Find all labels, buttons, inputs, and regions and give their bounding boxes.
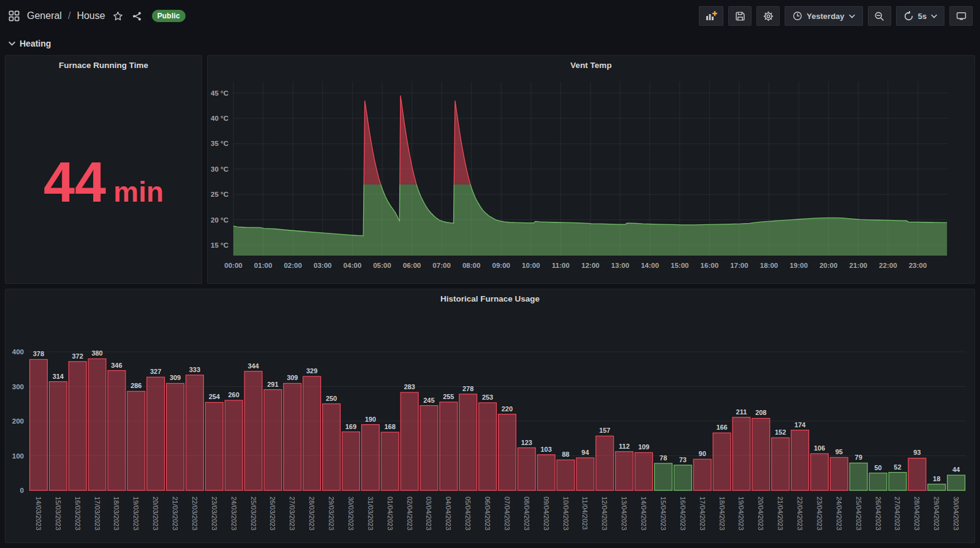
bar-07/04/2023 [499, 414, 516, 490]
bar-value-label: 78 [660, 454, 667, 462]
bar-value-label: 378 [33, 350, 44, 357]
x-axis-date-label: 06/04/2023 [484, 497, 491, 530]
bar-value-label: 220 [502, 405, 513, 413]
tv-mode-button[interactable] [949, 6, 973, 26]
y-axis-tick: 0 [20, 487, 24, 494]
bar-28/03/2023 [303, 376, 321, 490]
x-axis-tick: 04:00 [344, 262, 361, 269]
bar-25/04/2023 [850, 463, 867, 490]
stat-unit: min [113, 178, 164, 206]
x-axis-date-label: 24/04/2023 [835, 497, 843, 530]
bar-value-label: 346 [111, 362, 122, 369]
x-axis-tick: 19:00 [790, 262, 807, 269]
stat-value: 44 min [43, 154, 164, 210]
bar-value-label: 166 [716, 424, 727, 431]
x-axis-date-label: 25/04/2023 [855, 497, 862, 530]
x-axis-date-label: 12/04/2023 [601, 497, 608, 530]
share-icon[interactable] [130, 10, 143, 23]
refresh-picker[interactable]: 5s [896, 6, 944, 26]
x-axis-date-label: 23/04/2023 [816, 497, 823, 530]
vent-temp-chart[interactable]: 15 °C20 °C25 °C30 °C35 °C40 °C45 °C00:00… [208, 74, 974, 283]
x-axis-date-label: 31/03/2023 [367, 497, 374, 530]
x-axis-date-label: 05/04/2023 [464, 497, 472, 530]
breadcrumb-section[interactable]: General [27, 10, 62, 21]
x-axis-tick: 23:00 [909, 262, 927, 269]
panel-title[interactable]: Furnace Running Time [6, 56, 202, 74]
x-axis-date-label: 20/04/2023 [757, 497, 764, 530]
bar-17/03/2023 [88, 359, 106, 490]
dashboard-settings-button[interactable] [756, 6, 780, 26]
x-axis-date-label: 14/03/2023 [35, 497, 42, 530]
star-icon[interactable] [111, 10, 124, 23]
bar-value-label: 50 [874, 464, 881, 471]
bar-value-label: 286 [130, 382, 141, 389]
bar-value-label: 174 [794, 421, 806, 428]
stat-number: 44 [43, 154, 106, 210]
bar-value-label: 106 [814, 444, 825, 452]
bar-value-label: 95 [835, 448, 843, 455]
bar-03/04/2023 [420, 406, 438, 490]
bar-value-label: 112 [619, 443, 630, 450]
bar-value-label: 79 [855, 454, 862, 461]
historical-usage-chart[interactable]: 010020030040037814/03/202331415/03/20233… [6, 308, 974, 542]
bar-value-label: 93 [913, 449, 921, 456]
zoom-out-time-button[interactable] [868, 6, 891, 26]
add-panel-button[interactable] [699, 6, 723, 26]
refresh-icon [903, 11, 914, 21]
y-axis-tick: 15 °C [211, 242, 228, 249]
refresh-interval-label: 5s [918, 12, 927, 21]
y-axis-tick: 40 °C [211, 115, 228, 122]
x-axis-date-label: 19/03/2023 [132, 497, 140, 530]
bar-value-label: 211 [736, 408, 747, 416]
breadcrumb-page[interactable]: House [77, 10, 105, 21]
x-axis-tick: 15:00 [671, 262, 688, 269]
bar-value-label: 90 [699, 450, 706, 457]
x-axis-date-label: 18/03/2023 [113, 497, 120, 530]
bar-value-label: 372 [72, 352, 83, 360]
panel-title[interactable]: Vent Temp [208, 56, 974, 74]
x-axis-date-label: 26/04/2023 [875, 497, 882, 530]
y-axis-tick: 35 °C [211, 140, 228, 147]
bar-15/03/2023 [49, 382, 67, 490]
bar-27/03/2023 [284, 383, 301, 490]
x-axis-tick: 13:00 [611, 262, 629, 269]
panel-furnace-running-time: Furnace Running Time 44 min [5, 55, 202, 284]
bar-12/04/2023 [596, 436, 614, 490]
bar-10/04/2023 [557, 460, 575, 490]
bar-15/04/2023 [655, 463, 673, 490]
dashboards-icon[interactable] [7, 9, 21, 23]
bar-24/04/2023 [830, 457, 848, 490]
bar-13/04/2023 [616, 452, 633, 490]
bar-26/03/2023 [264, 390, 282, 490]
row-header-heating[interactable]: Heating [0, 32, 980, 55]
time-range-picker[interactable]: Yesterday [785, 6, 862, 26]
y-axis-tick: 100 [12, 452, 24, 460]
bar-21/03/2023 [167, 383, 184, 490]
x-axis-date-label: 21/03/2023 [172, 497, 179, 530]
settings-icon [763, 11, 774, 21]
y-axis-tick: 25 °C [211, 191, 228, 198]
x-axis-tick: 09:00 [492, 262, 510, 269]
bar-06/04/2023 [479, 403, 497, 490]
save-dashboard-button[interactable] [728, 6, 752, 26]
chevron-down-icon [849, 14, 855, 18]
bar-value-label: 52 [894, 463, 901, 471]
x-axis-date-label: 24/03/2023 [230, 497, 238, 530]
bar-value-label: 314 [53, 373, 64, 380]
x-axis-date-label: 18/04/2023 [718, 497, 726, 530]
x-axis-date-label: 03/04/2023 [425, 497, 432, 530]
bar-23/04/2023 [811, 454, 829, 490]
save-icon [735, 11, 745, 21]
x-axis-date-label: 29/04/2023 [933, 497, 940, 530]
x-axis-tick: 05:00 [373, 262, 391, 269]
bar-11/04/2023 [576, 458, 594, 490]
x-axis-tick: 00:00 [224, 262, 242, 269]
y-axis-tick: 20 °C [211, 216, 228, 224]
x-axis-tick: 16:00 [701, 262, 718, 269]
tv-icon [956, 11, 967, 21]
x-axis-date-label: 13/04/2023 [620, 497, 628, 530]
panel-title[interactable]: Historical Furnace Usage [6, 289, 974, 308]
x-axis-tick: 21:00 [850, 262, 867, 269]
bar-value-label: 309 [170, 374, 181, 381]
bar-23/03/2023 [205, 402, 223, 490]
